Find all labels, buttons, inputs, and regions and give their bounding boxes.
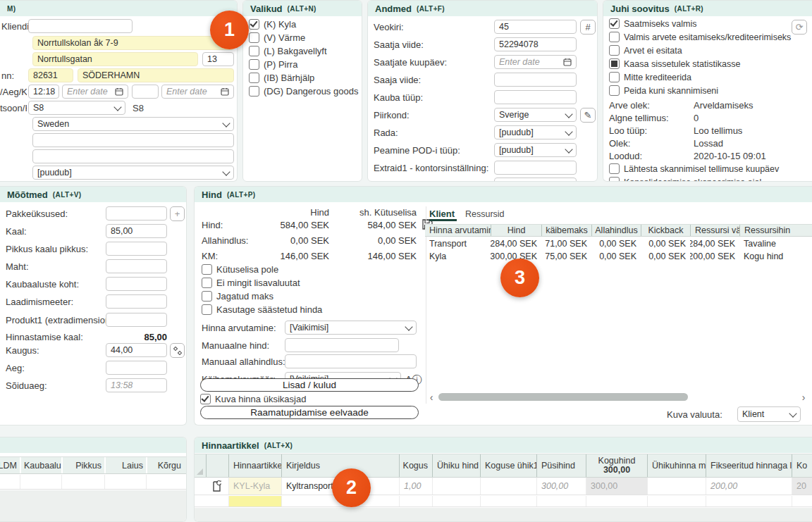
scroll-left-arrow[interactable]: ‹ (427, 392, 436, 402)
checkbox-icon (202, 304, 212, 315)
checkbox-dangerous-goods[interactable]: (DG) Dangerous goods (249, 86, 358, 97)
hinna-arvutamine-select[interactable]: [Vaikimisi] (285, 321, 417, 335)
checkbox-mitte-krediteerida[interactable]: Mitte krediteerida (609, 72, 691, 82)
new-entry-cell[interactable] (228, 496, 281, 507)
manuaalne-hind-input[interactable] (285, 338, 399, 352)
hinnastamise-kaal-value: 85,00 (106, 332, 167, 342)
veokiri-input[interactable]: 45 (494, 20, 577, 34)
city-field[interactable]: SÖDERHAMN (78, 68, 234, 82)
klient-row-transport[interactable]: Transport 284,00 SEK 71,00 SEK 0,00 SEK … (425, 237, 812, 250)
checkbox-arvet-ei-esitata[interactable]: Arvet ei esitata (609, 45, 682, 56)
checkbox-lahtesta-skannimisel[interactable]: Lähtesta skannimisel tellimuse kuupäev (609, 163, 779, 174)
missing-select[interactable]: [puudub] (32, 166, 234, 180)
accounting-preview-button[interactable]: Raamatupidamise eelvaade (200, 406, 419, 419)
edit-region-button[interactable]: ✎ (580, 108, 596, 123)
produkt1-input[interactable] (106, 313, 167, 327)
saatjate-kuupaev-label: Saatjate kuupäev: (374, 57, 447, 68)
checkbox-kyla[interactable]: (K) Kyla (249, 19, 296, 30)
time-field[interactable]: 12:18 (28, 85, 59, 99)
klient-row-kyla[interactable]: Kyla 300,00 SEK 75,00 SEK 0,00 SEK 0,00 … (425, 250, 812, 263)
kliendi-input[interactable] (28, 19, 133, 33)
document-refresh-icon[interactable] (211, 480, 223, 492)
checkbox-saatmiseks-valmis[interactable]: Saatmiseks valmis (609, 18, 697, 29)
checkbox-kaasa-sissetulek[interactable]: Kaasa sissetulek statistikasse (609, 58, 740, 69)
hind-panel-header: Hind (ALT+P) (195, 187, 812, 202)
chevron-down-icon (405, 323, 412, 330)
kaugus-label: Kaugus: (6, 345, 39, 356)
hind-panel: Hind (ALT+P) Hind sh. Kütuselisa Hind: 5… (194, 186, 812, 425)
manuaal-allahindlus-input[interactable] (285, 354, 417, 368)
calendar-icon (563, 58, 572, 66)
checkbox-varme[interactable]: (V) Värme (249, 32, 305, 43)
refresh-button[interactable]: ⟳ (792, 20, 807, 35)
country-select[interactable]: Sweden (32, 117, 234, 131)
scroll-right-arrow[interactable]: › (799, 392, 808, 402)
date-field-1[interactable]: Enter date (62, 85, 128, 99)
zip-field[interactable]: 82631 (28, 68, 73, 82)
kauba-tuup-input[interactable] (494, 90, 577, 104)
hinnaartikkel-new-row[interactable] (195, 496, 812, 507)
allahindlus-value: 0,00 SEK (265, 235, 329, 246)
soiduaeg-input[interactable]: 13:58 (106, 378, 167, 392)
mootmed-panel: Mõõtmed (ALT+V) Pakkeüksused: + Kaal: 85… (0, 186, 187, 425)
pod-tuup-select[interactable]: [puudub] (494, 143, 577, 157)
checkbox-pirra[interactable]: (P) Pirra (249, 59, 297, 70)
checkbox-barhjalp[interactable]: (IB) Bärhjälp (249, 73, 314, 83)
kaal-input[interactable]: 85,00 (106, 224, 167, 238)
ldm-empty-row[interactable] (0, 475, 187, 490)
checkbox-konsolideerimise[interactable]: Konsolideerimise skaneerimise ajal (609, 177, 761, 182)
extra-field-2[interactable] (32, 149, 234, 163)
rada-label: Rada: (374, 128, 398, 138)
currency-select[interactable]: Klient (737, 406, 801, 422)
kaubaaluste-koht-input[interactable] (106, 277, 167, 291)
route-distance-button[interactable] (170, 343, 185, 358)
rada-select[interactable]: [puudub] (494, 125, 577, 139)
checkbox-saastetud-hind[interactable]: Kasutage säästetud hinda (202, 304, 322, 315)
arve-olek-value: Arveldamiseks (694, 100, 753, 111)
customer-panel-hotkey: M) (7, 5, 16, 13)
checkbox-icon (609, 163, 620, 174)
date-field-2[interactable]: Enter date (161, 85, 234, 99)
street-number-field[interactable]: 13 (202, 52, 234, 66)
maht-input[interactable] (106, 259, 167, 273)
checkbox-valmis-arvete[interactable]: Valmis arvete esitamiseks/krediteerimise… (609, 32, 791, 42)
laadimismeeter-input[interactable] (106, 294, 167, 309)
piirkond-select[interactable]: Sverige (494, 108, 577, 122)
saatja-viide-input[interactable]: 52294078 (494, 37, 577, 51)
zone-select[interactable]: S8 (28, 101, 125, 115)
annotation-badge-2: 2 (332, 468, 371, 507)
checkbox-icon (609, 58, 620, 69)
kaugus-input[interactable]: 44,00 (106, 343, 167, 357)
checkbox-bakgavellyft[interactable]: (L) Bakgavellyft (249, 46, 327, 56)
add-package-button[interactable]: + (170, 206, 185, 221)
aeg-input[interactable] (106, 361, 167, 375)
checkbox-jagatud-maks[interactable]: Jagatud maks (202, 291, 273, 302)
tab-klient[interactable]: Klient (429, 209, 455, 219)
saaja-viide-input[interactable] (494, 73, 577, 87)
maht-label: Maht: (6, 261, 29, 272)
street-field[interactable]: Norrtullsgatan (32, 52, 198, 66)
extraid1-input[interactable] (494, 161, 577, 175)
kauba-tuup-label: Kauba tüüp: (374, 92, 423, 103)
checkbox-ei-lisavaluutat[interactable]: Ei mingit lisavaluutat (202, 278, 300, 288)
tab-ressursid[interactable]: Ressursid (465, 209, 505, 219)
checkbox-kutuselisa-pole[interactable]: Kütuselisa pole (202, 264, 278, 275)
number-button[interactable]: # (580, 20, 596, 35)
extra-field-1[interactable] (32, 133, 234, 147)
grid-corner-expander[interactable] (197, 468, 203, 475)
checkbox-kuva-hinna-uksikasjad[interactable]: Kuva hinna üksikasjad (200, 394, 306, 404)
pikkus-input[interactable] (106, 242, 167, 256)
hinnaartikkel-row[interactable]: KYL-Kyla Kyltransporter 1,00 300,00 300,… (195, 478, 812, 495)
calendar-icon (221, 87, 229, 96)
horizontal-scrollbar-thumb[interactable] (438, 393, 688, 401)
pakkeuksused-input[interactable] (106, 206, 167, 220)
time-field-2[interactable] (132, 85, 159, 99)
checkbox-peida-kuni[interactable]: Peida kuni skannimiseni (609, 85, 718, 96)
checkbox-icon (249, 59, 259, 70)
clipped-input[interactable] (494, 178, 577, 182)
extras-costs-button[interactable]: Lisad / kulud (200, 378, 419, 392)
customer-name-field[interactable]: Norrtullskolan åk 7-9 (32, 36, 234, 50)
annotation-badge-1: 1 (210, 11, 249, 49)
saatjate-kuupaev-input[interactable]: Enter date (494, 55, 577, 69)
checkbox-icon (249, 46, 259, 56)
